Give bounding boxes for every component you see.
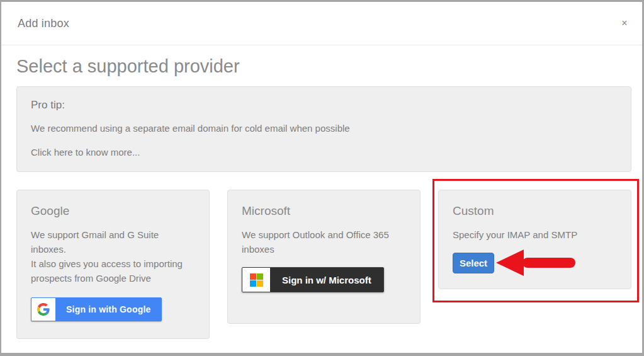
description-line: We support Outlook and Office 365 [242,227,406,242]
description-line: We support Gmail and G Suite inboxes. [31,227,195,256]
google-signin-label: Sign in with Google [55,298,161,321]
provider-description-custom: Specify your IMAP and SMTP [453,227,617,242]
microsoft-signin-label: Sign in w/ Microsoft [270,268,383,292]
provider-card-microsoft: Microsoft We support Outlook and Office … [227,190,421,324]
description-line: prospects from Google Drive [31,271,195,285]
description-line: It also gives you access to importing [31,256,195,271]
provider-description-microsoft: We support Outlook and Office 365 inboxe… [242,227,406,256]
description-line: inboxes [242,242,406,256]
provider-title-custom: Custom [453,203,617,219]
pro-tip-box: Pro tip: We recommend using a separate e… [16,86,631,172]
pro-tip-title: Pro tip: [31,98,617,112]
modal-body: Select a supported provider Pro tip: We … [1,55,642,339]
modal-header: Add inbox × [1,2,642,45]
modal-title: Add inbox [18,17,69,30]
close-icon[interactable]: × [617,16,632,31]
add-inbox-modal: Add inbox × Select a supported provider … [0,0,644,356]
provider-card-google: Google We support Gmail and G Suite inbo… [16,190,210,339]
google-g-logo-icon [31,298,55,321]
google-signin-button[interactable]: Sign in with Google [31,297,162,321]
provider-title-google: Google [31,203,195,219]
provider-cards-row: Google We support Gmail and G Suite inbo… [16,190,631,339]
microsoft-logo-icon [242,268,270,292]
pro-tip-text: We recommend using a separate email doma… [31,122,617,135]
provider-card-custom: Custom Specify your IMAP and SMTP Select [438,190,631,289]
provider-title-microsoft: Microsoft [242,203,406,219]
provider-description-google: We support Gmail and G Suite inboxes. It… [31,227,195,285]
description-line: Specify your IMAP and SMTP [453,227,617,242]
pro-tip-know-more-link[interactable]: Click here to know more... [31,146,617,159]
microsoft-signin-button[interactable]: Sign in w/ Microsoft [242,267,384,292]
custom-select-button[interactable]: Select [453,253,494,273]
page-title: Select a supported provider [16,55,631,77]
